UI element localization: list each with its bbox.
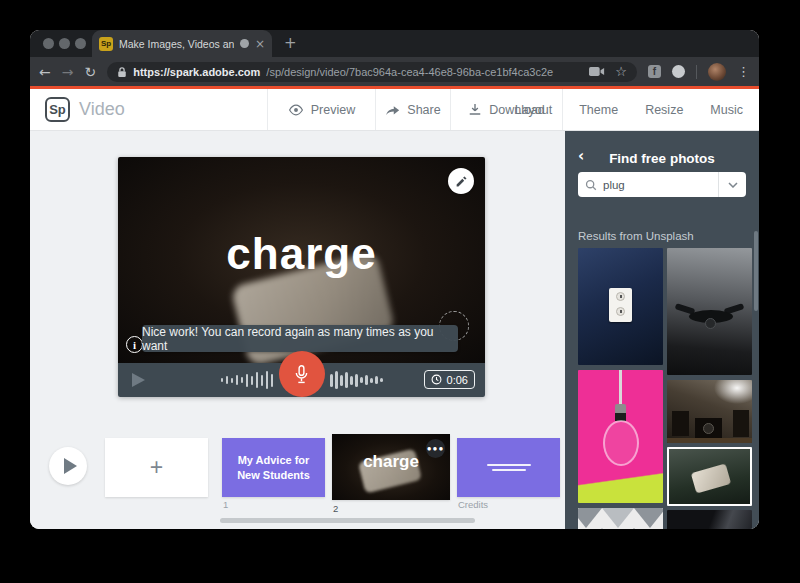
slide-image[interactable]: charge Nice work! You can record again a… bbox=[118, 157, 485, 363]
photo-search-panel: ‹ Find free photos plug Results from Uns… bbox=[565, 131, 759, 529]
menu-resize[interactable]: Resize bbox=[645, 103, 683, 117]
edit-slide-button[interactable] bbox=[448, 168, 474, 194]
info-icon[interactable]: i bbox=[126, 336, 143, 353]
timeline-scrollbar[interactable] bbox=[220, 518, 475, 523]
search-dropdown-button[interactable] bbox=[718, 172, 746, 197]
menu-layout[interactable]: Layout bbox=[515, 103, 553, 117]
facebook-extension-icon[interactable]: f bbox=[648, 65, 661, 78]
photo-drone[interactable] bbox=[667, 248, 752, 375]
waveform-bar bbox=[370, 378, 373, 383]
url-host: https://spark.adobe.com bbox=[133, 66, 260, 78]
spark-favicon: Sp bbox=[99, 37, 113, 51]
share-arrow-icon bbox=[385, 103, 400, 116]
tab-close-icon[interactable]: × bbox=[255, 38, 265, 50]
slide-2-thumbnail[interactable]: charge ●●● bbox=[332, 434, 450, 500]
bookmark-star-icon[interactable]: ☆ bbox=[615, 65, 627, 78]
lock-icon bbox=[117, 66, 127, 78]
outlet-socket bbox=[616, 307, 625, 316]
bulb-socket bbox=[615, 404, 626, 421]
product-name: Video bbox=[79, 99, 125, 120]
waveform-bar bbox=[350, 376, 353, 385]
waveform-bar bbox=[241, 377, 244, 383]
browser-toolbar: ← → ↻ https://spark.adobe.com/sp/design/… bbox=[30, 57, 759, 86]
record-microphone-button[interactable] bbox=[279, 351, 325, 397]
waveform-bar bbox=[271, 374, 274, 387]
waveform-bar bbox=[231, 378, 234, 383]
video-preview[interactable]: charge Nice work! You can record again a… bbox=[118, 157, 485, 397]
slide-options-icon[interactable]: ●●● bbox=[426, 439, 445, 458]
search-icon bbox=[585, 179, 597, 191]
waveform-bar bbox=[345, 372, 348, 388]
outlet-plate bbox=[609, 288, 632, 322]
timeline-play-button[interactable] bbox=[49, 447, 87, 485]
tab-audio-icon bbox=[240, 39, 249, 48]
credits-slide-thumbnail[interactable] bbox=[457, 438, 560, 497]
slide-headline[interactable]: charge bbox=[118, 229, 485, 279]
waveform-bar bbox=[246, 374, 249, 387]
chrome-menu-icon[interactable]: ⋮ bbox=[737, 64, 750, 79]
slide-1-thumbnail[interactable]: My Advice for New Students bbox=[222, 438, 325, 497]
address-bar[interactable]: https://spark.adobe.com/sp/design/video/… bbox=[107, 62, 637, 82]
photo-search-input[interactable]: plug bbox=[578, 172, 746, 197]
photo-vintage-cameras[interactable] bbox=[667, 380, 752, 443]
credits-caption: Credits bbox=[458, 499, 488, 510]
new-tab-button[interactable]: + bbox=[284, 34, 297, 52]
bulb-glass bbox=[603, 420, 639, 466]
waveform-bar bbox=[375, 376, 378, 384]
duration-value: 0:06 bbox=[447, 374, 468, 386]
results-label: Results from Unsplash bbox=[578, 230, 694, 242]
url-path: /sp/design/video/7bac964a-cea4-46e8-96ba… bbox=[266, 66, 583, 78]
share-button[interactable]: Share bbox=[375, 89, 450, 130]
close-window-button[interactable] bbox=[43, 38, 54, 49]
extension-icon[interactable] bbox=[672, 65, 685, 78]
zoom-window-button[interactable] bbox=[75, 38, 86, 49]
photo-zigzag-pattern[interactable] bbox=[578, 508, 663, 529]
menu-music[interactable]: Music bbox=[710, 103, 743, 117]
waveform-bar bbox=[380, 378, 383, 382]
slide-2-index: 2 bbox=[333, 503, 338, 514]
search-value: plug bbox=[603, 179, 718, 191]
content-area: charge Nice work! You can record again a… bbox=[30, 131, 759, 529]
panel-title: Find free photos bbox=[565, 151, 759, 166]
credits-mini-text bbox=[492, 469, 526, 471]
tab-strip: Sp Make Images, Videos and W × + bbox=[30, 30, 759, 57]
editor-main: charge Nice work! You can record again a… bbox=[30, 131, 565, 529]
waveform-bar bbox=[266, 371, 269, 389]
zigzag-graphic bbox=[578, 508, 663, 529]
minimize-window-button[interactable] bbox=[59, 38, 70, 49]
waveform-bar bbox=[330, 374, 333, 387]
browser-tab[interactable]: Sp Make Images, Videos and W × bbox=[92, 30, 272, 57]
drone-camera bbox=[705, 318, 716, 329]
camera-body bbox=[672, 411, 689, 436]
browser-window: Sp Make Images, Videos and W × + ← → ↻ h… bbox=[30, 30, 759, 529]
reload-icon[interactable]: ↻ bbox=[84, 65, 96, 79]
waveform-bar bbox=[360, 377, 363, 383]
clock-icon bbox=[431, 374, 442, 385]
sidebar-scrollbar[interactable] bbox=[754, 231, 758, 311]
edit-menus: Layout Theme Resize Music bbox=[515, 89, 743, 130]
add-slide-button[interactable]: + bbox=[105, 438, 208, 497]
eye-icon bbox=[288, 104, 304, 116]
back-icon[interactable]: ← bbox=[39, 65, 51, 79]
record-tooltip: Nice work! You can record again as many … bbox=[142, 325, 458, 352]
waveform-bar bbox=[355, 374, 358, 387]
photo-white-charger-selected[interactable] bbox=[667, 447, 752, 506]
tab-title: Make Images, Videos and W bbox=[119, 38, 234, 50]
waveform-bar bbox=[256, 372, 259, 388]
divider bbox=[696, 65, 697, 79]
photo-light-bulb[interactable] bbox=[578, 370, 663, 503]
camera-icon[interactable] bbox=[589, 66, 605, 77]
photo-dark-abstract[interactable] bbox=[667, 510, 752, 529]
menu-theme[interactable]: Theme bbox=[579, 103, 618, 117]
forward-icon[interactable]: → bbox=[62, 65, 74, 79]
pencil-icon bbox=[455, 175, 468, 188]
spark-logo[interactable]: Sp bbox=[45, 97, 70, 122]
photo-wall-outlet[interactable] bbox=[578, 248, 663, 365]
profile-avatar[interactable] bbox=[708, 63, 726, 81]
waveform-bar bbox=[340, 375, 343, 386]
preview-button[interactable]: Preview bbox=[267, 89, 375, 130]
share-label: Share bbox=[407, 103, 440, 117]
chevron-down-icon bbox=[728, 182, 738, 188]
playback-bar: 0:06 bbox=[118, 363, 485, 397]
play-icon[interactable] bbox=[132, 373, 145, 387]
